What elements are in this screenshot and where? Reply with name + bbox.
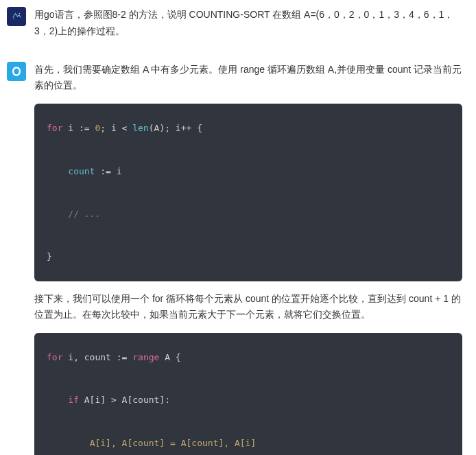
code-block-1: for i := 0; i < len(A); i++ { count := i… <box>34 104 462 281</box>
code-token: // ... <box>68 209 100 219</box>
bot-avatar <box>7 62 26 81</box>
code-token: i, count := <box>62 352 132 362</box>
user-avatar <box>7 7 26 26</box>
code-token: A { <box>159 352 180 362</box>
code-token: len <box>132 123 148 133</box>
bot-content: 首先，我们需要确定数组 A 中有多少元素。使用 range 循环遍历数组 A,并… <box>34 62 462 455</box>
code-block-2: for i, count := range A { if A[i] > A[co… <box>34 333 462 455</box>
code-token: A[i] > A[count]: <box>79 395 170 405</box>
code-token: := i <box>95 166 121 176</box>
code-token: ; i < <box>100 123 132 133</box>
code-token: } <box>47 251 52 261</box>
code-token: for <box>47 352 62 362</box>
svg-point-1 <box>19 13 21 14</box>
user-avatar-icon <box>10 10 23 23</box>
user-text: 用go语言，参照图8-2 的方法，说明 COUNTING-SORT 在数组 A=… <box>34 7 462 40</box>
code-token: range <box>132 352 159 362</box>
code-token: if <box>68 395 79 405</box>
code-token: (A); i++ { <box>149 123 202 133</box>
bot-avatar-icon <box>10 65 23 78</box>
bot-paragraph-2: 接下来，我们可以使用一个 for 循环将每个元素从 count 的位置开始逐个比… <box>34 291 462 324</box>
code-token: A[i], A[count] = A[count], A[i] <box>90 438 257 448</box>
bot-paragraph-1: 首先，我们需要确定数组 A 中有多少元素。使用 range 循环遍历数组 A,并… <box>34 62 462 95</box>
svg-point-0 <box>14 18 15 19</box>
bot-message: 首先，我们需要确定数组 A 中有多少元素。使用 range 循环遍历数组 A,并… <box>7 62 462 455</box>
user-message: 用go语言，参照图8-2 的方法，说明 COUNTING-SORT 在数组 A=… <box>7 7 462 49</box>
code-token: for <box>47 123 62 133</box>
user-content: 用go语言，参照图8-2 的方法，说明 COUNTING-SORT 在数组 A=… <box>34 7 462 49</box>
code-token: count <box>68 166 95 176</box>
code-token: i := <box>62 123 95 133</box>
